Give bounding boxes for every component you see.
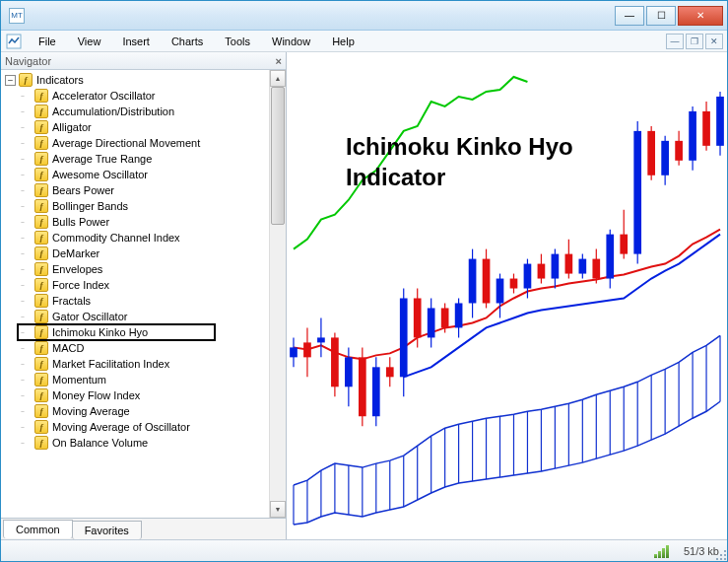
indicator-item[interactable]: ···fCommodity Channel Index <box>1 230 269 246</box>
indicator-item[interactable]: ···fAccumulation/Distribution <box>1 104 269 119</box>
indicator-item[interactable]: ···fAverage True Range <box>1 151 269 167</box>
indicator-icon: f <box>34 357 48 371</box>
indicator-icon: f <box>34 373 48 386</box>
indicator-label: On Balance Volume <box>52 437 148 449</box>
indicator-icon: f <box>34 420 48 434</box>
menu-insert[interactable]: Insert <box>112 33 160 50</box>
indicator-item[interactable]: ···fMoving Average <box>1 403 269 419</box>
indicator-label: Market Facilitation Index <box>52 358 169 370</box>
indicator-icon: f <box>34 388 48 402</box>
indicator-icon: f <box>34 183 48 197</box>
indicator-item[interactable]: ···fAverage Directional Movement <box>1 135 269 151</box>
indicator-label: Bears Power <box>52 184 114 196</box>
indicator-item[interactable]: ···fAwesome Oscillator <box>1 167 269 182</box>
indicator-item[interactable]: ···fOn Balance Volume <box>1 435 269 451</box>
tab-common[interactable]: Common <box>3 520 73 538</box>
chart-title-line1: Ichimoku Kinko Hyo <box>346 131 573 162</box>
svg-rect-92 <box>689 111 696 161</box>
indicator-icon: f <box>34 199 48 213</box>
connection-icon <box>654 544 674 558</box>
scroll-up-button[interactable]: ▲ <box>270 70 286 87</box>
svg-rect-96 <box>716 97 724 146</box>
svg-rect-48 <box>386 367 394 377</box>
svg-rect-88 <box>661 141 669 176</box>
menu-tools[interactable]: Tools <box>215 33 260 50</box>
indicator-item[interactable]: ···fBulls Power <box>1 214 269 230</box>
mdi-close-button[interactable]: ✕ <box>705 34 723 49</box>
indicator-item[interactable]: ···fAccelerator Oscillator <box>1 88 269 104</box>
indicator-icon: f <box>34 231 48 245</box>
indicator-item[interactable]: ···fFractals <box>1 293 269 309</box>
indicator-item[interactable]: ···fForce Index <box>1 277 269 293</box>
indicator-item[interactable]: ···fMoney Flow Index <box>1 387 269 403</box>
app-menu-icon[interactable] <box>5 33 23 50</box>
indicator-label: Momentum <box>52 374 106 386</box>
navigator-close-icon[interactable]: × <box>276 55 282 67</box>
close-button[interactable]: ✕ <box>678 6 723 26</box>
menu-file[interactable]: File <box>29 33 66 50</box>
indicator-item[interactable]: ···fEnvelopes <box>1 261 269 277</box>
indicator-icon: f <box>34 105 48 118</box>
app-window: MT — ☐ ✕ FileViewInsertChartsToolsWindow… <box>0 0 728 562</box>
indicator-label: Gator Oscillator <box>52 311 127 322</box>
indicator-icon: f <box>34 246 48 260</box>
svg-rect-54 <box>428 308 435 337</box>
titlebar[interactable]: MT — ☐ ✕ <box>1 1 727 31</box>
scroll-down-button[interactable]: ▼ <box>270 501 286 518</box>
scroll-thumb[interactable] <box>271 87 285 225</box>
indicator-item[interactable]: ···fMarket Facilitation Index <box>1 356 269 372</box>
indicator-icon: f <box>34 152 48 166</box>
navigator-scrollbar[interactable]: ▲ ▼ <box>269 70 286 518</box>
indicator-item[interactable]: ···fMoving Average of Oscillator <box>1 419 269 435</box>
menu-charts[interactable]: Charts <box>162 33 213 50</box>
menubar: FileViewInsertChartsToolsWindowHelp — ❐ … <box>1 31 727 52</box>
tree-line: ··· <box>21 345 34 352</box>
content-area: Navigator × − f Indicators ···fAccelerat… <box>1 52 727 539</box>
chart-area[interactable]: Ichimoku Kinko Hyo Indicator Double Clic… <box>287 52 727 539</box>
indicator-item[interactable]: ···fGator Oscillator <box>1 309 269 324</box>
svg-rect-42 <box>345 357 353 386</box>
indicator-label: Awesome Oscillator <box>52 169 148 180</box>
tree-line: ··· <box>21 156 34 163</box>
minimize-button[interactable]: — <box>615 6 644 26</box>
resize-grip[interactable] <box>714 548 726 560</box>
tab-favorites[interactable]: Favorites <box>72 521 142 539</box>
mdi-minimize-button[interactable]: — <box>666 34 684 49</box>
tree-line: ··· <box>21 266 34 273</box>
tree-root-indicators[interactable]: − f Indicators <box>1 72 269 88</box>
mdi-restore-button[interactable]: ❐ <box>686 34 703 49</box>
indicator-label: MACD <box>52 342 84 354</box>
indicator-item[interactable]: ···fIchimoku Kinko Hyo <box>1 324 269 340</box>
svg-rect-86 <box>647 131 655 176</box>
indicator-item[interactable]: ···fBollinger Bands <box>1 198 269 214</box>
tree-line: ··· <box>21 235 34 242</box>
collapse-icon[interactable]: − <box>5 75 16 86</box>
indicator-label: Moving Average of Oscillator <box>52 421 190 433</box>
tree-line: ··· <box>21 172 34 178</box>
tree-line: ··· <box>21 124 34 131</box>
indicator-icon: f <box>34 120 48 134</box>
indicator-icon: f <box>34 404 48 418</box>
menu-view[interactable]: View <box>68 33 111 50</box>
folder-icon: f <box>19 73 33 87</box>
menu-window[interactable]: Window <box>262 33 320 50</box>
svg-rect-66 <box>510 279 518 289</box>
indicator-label: Moving Average <box>52 405 130 417</box>
indicator-item[interactable]: ···fDeMarker <box>1 246 269 261</box>
indicator-item[interactable]: ···fMomentum <box>1 372 269 387</box>
svg-rect-90 <box>675 141 683 161</box>
navigator-tree[interactable]: − f Indicators ···fAccelerator Oscillato… <box>1 70 269 518</box>
navigator-header[interactable]: Navigator × <box>1 52 286 70</box>
indicator-item[interactable]: ···fBears Power <box>1 182 269 198</box>
maximize-button[interactable]: ☐ <box>646 6 676 26</box>
tree-line: ··· <box>21 314 34 320</box>
svg-rect-94 <box>702 111 710 146</box>
indicator-label: Accelerator Oscillator <box>52 90 156 102</box>
indicator-label: Bollinger Bands <box>52 200 128 212</box>
indicator-label: Force Index <box>52 279 109 291</box>
indicator-item[interactable]: ···fAlligator <box>1 119 269 135</box>
svg-rect-80 <box>606 235 614 279</box>
menu-help[interactable]: Help <box>322 33 364 50</box>
svg-rect-46 <box>372 367 380 416</box>
indicator-item[interactable]: ···fMACD <box>1 340 269 356</box>
